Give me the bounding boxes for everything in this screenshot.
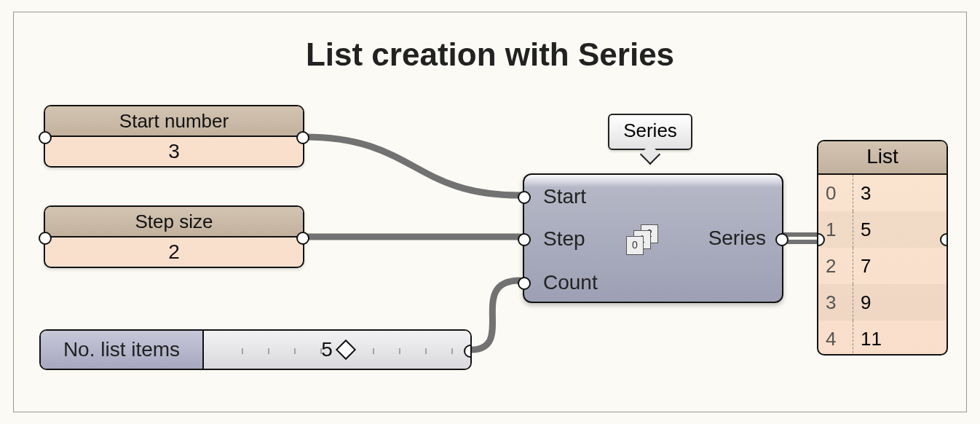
count-slider-value: 5 (321, 338, 333, 361)
step-size-panel[interactable]: Step size 2 (44, 205, 304, 268)
list-row-value: 7 (853, 248, 947, 284)
step-size-value: 2 (45, 237, 303, 267)
port-out[interactable] (296, 232, 309, 245)
list-row-value: 3 (853, 175, 947, 211)
start-number-value: 3 (45, 137, 303, 166)
list-row: 15 (818, 211, 947, 248)
slider-handle-icon[interactable] (336, 339, 356, 360)
series-tooltip: Series (608, 114, 692, 150)
list-output-panel[interactable]: List 03152739411 (817, 140, 948, 356)
list-row-index: 3 (818, 284, 853, 321)
diagram-title: List creation with Series (306, 36, 674, 73)
port-out[interactable] (296, 131, 309, 144)
list-row-value: 9 (853, 284, 947, 321)
list-row-value: 5 (853, 211, 947, 248)
port-out[interactable] (464, 345, 472, 358)
list-row-index: 4 (818, 321, 853, 356)
port-in[interactable] (39, 232, 52, 245)
diagram-canvas: List creation with Series Start number 3… (0, 0, 980, 424)
port-out[interactable] (940, 233, 948, 246)
series-input-count: Count (543, 271, 598, 294)
list-row-index: 2 (818, 248, 853, 284)
start-number-panel[interactable]: Start number 3 (44, 105, 304, 168)
count-slider[interactable]: No. list items 5 (39, 329, 472, 370)
count-slider-label: No. list items (41, 331, 204, 369)
port-out-series[interactable] (775, 233, 789, 246)
port-in[interactable] (39, 131, 52, 144)
step-size-label: Step size (45, 207, 303, 237)
list-header: List (818, 141, 947, 175)
list-row: 27 (818, 248, 947, 284)
list-row: 411 (818, 321, 947, 356)
series-tooltip-text: Series (623, 119, 677, 141)
list-table: 03152739411 (818, 175, 947, 356)
start-number-label: Start number (45, 106, 303, 137)
port-in-count[interactable] (518, 277, 531, 290)
port-in-step[interactable] (518, 233, 531, 246)
list-row-value: 11 (853, 321, 947, 356)
series-output-label: Series (708, 227, 766, 250)
series-input-step: Step (543, 227, 585, 251)
list-row-index: 0 (818, 175, 853, 211)
series-component[interactable]: Start Step Count Series 2 1 0 (523, 173, 783, 303)
list-row: 03 (818, 175, 947, 211)
list-row: 39 (818, 284, 947, 321)
count-slider-track[interactable]: 5 (204, 331, 470, 369)
port-in-start[interactable] (518, 191, 531, 204)
series-input-start: Start (543, 185, 586, 208)
series-icon: 2 1 0 (626, 227, 661, 254)
